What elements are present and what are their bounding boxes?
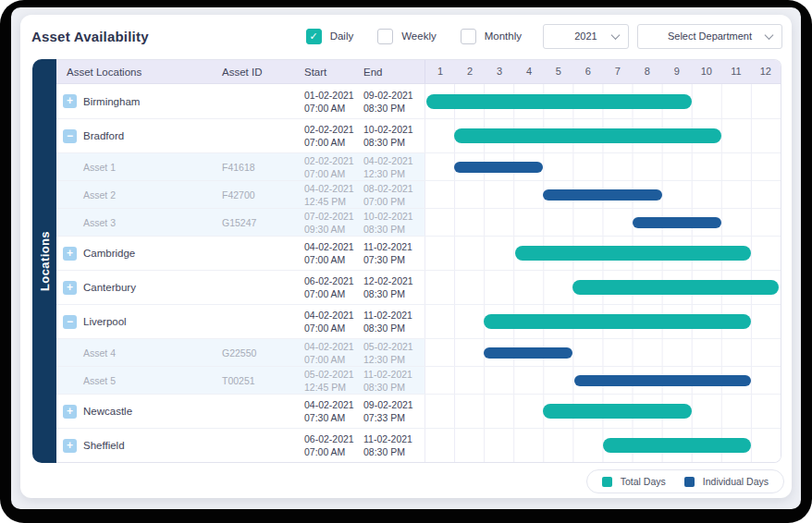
start-time: 12:45 PM [304, 381, 363, 394]
row-label: Asset 4 [83, 347, 116, 359]
start-date: 04-02-2021 [304, 340, 363, 353]
asset-availability-card: Asset Availability ✓DailyWeeklyMonthly 2… [20, 15, 792, 498]
name-cell: Asset 5 [56, 367, 221, 394]
individual-days-bar[interactable] [543, 189, 661, 201]
timeline-day-label: 10 [692, 60, 721, 83]
start-time: 09:30 AM [304, 223, 363, 236]
header-controls: ✓DailyWeeklyMonthly 2021 Select Departme… [306, 24, 782, 49]
name-cell: +Cambridge [56, 237, 221, 270]
total-days-bar[interactable] [515, 246, 751, 261]
column-header-asset-locations: Asset Locations [56, 60, 221, 83]
timeline-day-label: 6 [573, 60, 603, 83]
view-toggle-monthly[interactable]: Monthly [461, 29, 522, 44]
end-cell: 04-02-202112:30 PM [363, 153, 424, 180]
name-cell: +Birmingham [56, 84, 221, 118]
asset-id-cell [221, 395, 304, 428]
expand-icon[interactable]: + [63, 405, 77, 419]
start-cell: 04-02-202107:00 AM [304, 237, 363, 270]
row-label: Birmingham [83, 96, 140, 107]
row-label: Sheffield [83, 440, 125, 451]
row-info: Asset 2F4270004-02-202112:45 PM08-02-202… [56, 181, 424, 208]
end-date: 08-02-2021 [363, 182, 424, 195]
start-cell: 02-02-202107:00 AM [304, 119, 363, 152]
end-date: 11-02-2021 [363, 368, 424, 381]
start-date: 06-02-2021 [304, 432, 363, 445]
end-time: 12:30 PM [363, 167, 424, 180]
total-days-bar[interactable] [543, 404, 691, 419]
end-cell: 09-02-202108:30 PM [363, 84, 424, 118]
expand-icon[interactable]: + [63, 439, 77, 453]
row-label: Liverpool [83, 316, 127, 327]
end-date: 11-02-2021 [363, 432, 424, 445]
start-cell: 04-02-202107:00 AM [304, 305, 363, 338]
timeline-day-label: 1 [425, 60, 455, 83]
checkbox-monthly[interactable] [461, 29, 476, 44]
start-date: 04-02-2021 [304, 398, 363, 411]
start-date: 04-02-2021 [304, 182, 363, 195]
row-label: Asset 1 [83, 162, 116, 173]
name-cell: Asset 1 [56, 153, 221, 180]
row-timeline [424, 237, 781, 270]
view-toggle-daily[interactable]: ✓Daily [306, 29, 354, 44]
end-date: 12-02-2021 [363, 274, 424, 287]
total-days-bar[interactable] [454, 128, 721, 143]
start-time: 07:00 AM [304, 253, 363, 266]
end-date: 05-02-2021 [363, 340, 424, 353]
legend-item-total-days: Total Days [602, 476, 666, 487]
individual-days-bar[interactable] [454, 162, 543, 173]
column-header-end: End [363, 60, 424, 83]
start-time: 07:00 AM [304, 167, 363, 180]
expand-icon[interactable]: + [63, 247, 77, 261]
total-days-swatch [602, 477, 612, 487]
row-timeline [424, 395, 781, 428]
individual-days-bar[interactable] [574, 375, 751, 386]
start-cell: 04-02-202112:45 PM [304, 181, 363, 208]
start-date: 02-02-2021 [304, 154, 363, 167]
asset-id-cell [221, 271, 304, 304]
view-toggle-weekly[interactable]: Weekly [377, 29, 437, 44]
page-background: Asset Availability ✓DailyWeeklyMonthly 2… [11, 7, 801, 509]
expand-icon[interactable]: + [63, 281, 77, 295]
asset-row: Asset 4G2255004-02-202107:00 AM05-02-202… [56, 338, 781, 366]
collapse-icon[interactable]: − [63, 315, 77, 329]
location-row: −Liverpool04-02-202107:00 AM11-02-202108… [56, 304, 781, 338]
year-select[interactable]: 2021 [543, 24, 629, 49]
view-toggles: ✓DailyWeeklyMonthly [306, 29, 522, 44]
row-timeline [424, 271, 781, 304]
row-info: Asset 1F4161802-02-202107:00 AM04-02-202… [56, 153, 424, 180]
end-time: 08:30 PM [363, 287, 424, 300]
total-days-bar[interactable] [426, 94, 692, 109]
timeline-day-label: 2 [455, 60, 485, 83]
end-time: 07:33 PM [363, 411, 424, 424]
expand-icon[interactable]: + [63, 94, 77, 108]
timeline-day-label: 3 [485, 60, 514, 83]
timeline-day-label: 12 [751, 60, 781, 83]
location-row: +Newcastle04-02-202107:30 AM09-02-202107… [56, 394, 781, 428]
location-row: +Canterbury06-02-202107:00 AM12-02-20210… [56, 270, 781, 304]
end-date: 10-02-2021 [363, 123, 424, 136]
row-timeline [424, 181, 781, 208]
start-cell: 02-02-202107:00 AM [304, 153, 363, 180]
individual-days-bar[interactable] [633, 217, 721, 228]
page-title: Asset Availability [31, 29, 149, 44]
total-days-bar[interactable] [572, 280, 779, 295]
collapse-icon[interactable]: − [63, 129, 77, 143]
end-cell: 12-02-202108:30 PM [363, 271, 424, 304]
end-cell: 09-02-202107:33 PM [363, 395, 424, 428]
asset-id-cell [221, 237, 304, 270]
start-date: 04-02-2021 [304, 309, 363, 322]
end-cell: 05-02-202112:30 PM [363, 339, 424, 366]
total-days-bar[interactable] [603, 438, 751, 453]
checkbox-weekly[interactable] [377, 29, 393, 44]
start-cell: 06-02-202107:00 AM [304, 271, 363, 304]
start-cell: 07-02-202109:30 AM [304, 209, 363, 236]
individual-days-bar[interactable] [484, 347, 572, 359]
row-timeline [424, 119, 781, 152]
row-label: Canterbury [83, 282, 136, 293]
department-select[interactable]: Select Department [637, 24, 782, 49]
total-days-bar[interactable] [484, 314, 751, 329]
start-time: 12:45 PM [304, 195, 363, 208]
checkbox-daily[interactable]: ✓ [306, 29, 322, 44]
start-cell: 04-02-202107:00 AM [304, 339, 363, 366]
end-cell: 11-02-202108:30 PM [363, 305, 424, 338]
